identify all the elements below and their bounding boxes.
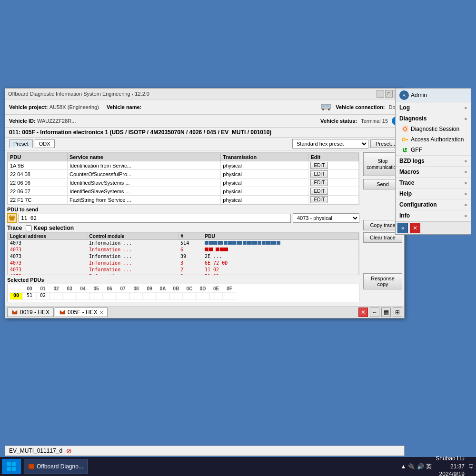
- trace-module: Information ...: [87, 240, 178, 247]
- preset-select[interactable]: Standard hex preset: [292, 139, 368, 149]
- sidebar-item-info-header[interactable]: Info »: [396, 210, 471, 221]
- svg-point-8: [402, 138, 405, 141]
- tab-icon: [59, 309, 66, 315]
- hex-block: [228, 241, 232, 245]
- hex-block: [205, 241, 208, 245]
- pdu-table-wrapper[interactable]: PDU Service name Transmission Edit 1A 9B…: [7, 152, 359, 205]
- sidebar-header: A Admin: [396, 89, 471, 102]
- tab-0019-hex[interactable]: 0019 - HEX: [7, 307, 54, 317]
- tab-red-x-button[interactable]: ✕: [358, 307, 368, 317]
- taskbar-datetime: Shubao Liu 21:37 2024/9/19: [436, 455, 465, 476]
- svg-rect-15: [12, 462, 16, 466]
- sidebar-forward-button[interactable]: »: [397, 223, 408, 233]
- selected-pdu-label: Selected PDUs: [7, 277, 359, 283]
- taskbar-notification-icon[interactable]: 🗨: [468, 463, 474, 470]
- chevron-down-icon: »: [464, 191, 467, 197]
- trace-row[interactable]: 4073 Information ... 514: [8, 240, 359, 247]
- sidebar-item-diagnosis-header[interactable]: Diagnosis «: [396, 113, 471, 124]
- pdu-grid-col-03: 03: [63, 286, 76, 291]
- desktop: Offboard Diagnostic Information System E…: [0, 0, 476, 476]
- taskbar-lang-indicator: 英: [426, 463, 432, 471]
- trace-pdu-data: 11 02: [203, 267, 358, 273]
- edit-button[interactable]: EDIT: [310, 179, 328, 186]
- service-name: CounterOfSuccessfulPro...: [68, 170, 221, 178]
- sidebar-item-trace-header[interactable]: Trace »: [396, 178, 471, 188]
- pdu-input[interactable]: [19, 214, 291, 223]
- vehicle-project-area: Vehicle project: AU58X (Engineering): [9, 104, 99, 110]
- taskbar-date: 2024/9/19: [436, 470, 465, 476]
- vehicle-name-area: Vehicle name:: [107, 104, 141, 110]
- start-button[interactable]: [2, 459, 21, 474]
- table-row[interactable]: 22 F1 7C FazitString from Service ... ph…: [8, 196, 359, 204]
- tab-close-icon[interactable]: ✕: [99, 310, 103, 315]
- sidebar-item-config: Configuration »: [396, 199, 471, 210]
- service-name: IdentifiedSlaveSystems ...: [68, 178, 221, 187]
- pdu-grid-col-06: 06: [103, 286, 116, 291]
- sidebar-sub-diagnostic-session[interactable]: Diagnostic Session: [396, 124, 471, 134]
- trace-row[interactable]: 4073 Information ... 2 11 02: [8, 267, 359, 273]
- response-copy-button[interactable]: Response copy: [363, 273, 402, 289]
- tab-back-button[interactable]: ←: [370, 307, 379, 317]
- trace-row[interactable]: 4073 Information ... 6: [8, 247, 359, 253]
- trace-row[interactable]: 4073 Information ... 2 51 02: [8, 273, 359, 276]
- sidebar-item-bzd-header[interactable]: BZD logs »: [396, 156, 471, 166]
- pdu-dropdown[interactable]: 4073 - physical: [293, 213, 359, 223]
- stop-comm-text: Stop communication: [367, 158, 399, 170]
- edit-cell: EDIT: [308, 204, 359, 205]
- taskbar-app-item[interactable]: Offboard Diagno...: [24, 459, 88, 474]
- edit-button[interactable]: EDIT: [310, 170, 328, 178]
- sidebar-sub-gff[interactable]: G GFF: [396, 145, 471, 155]
- app-taskbar-icon: [28, 464, 35, 469]
- maximize-button[interactable]: □: [385, 90, 393, 98]
- table-row[interactable]: 22 04 08 CounterOfSuccessfulPro... physi…: [8, 170, 359, 178]
- trace-row[interactable]: 4073 Information ... 39 2E ...: [8, 253, 359, 260]
- tab-table-button[interactable]: ⊞: [393, 307, 402, 317]
- tab-grid-button[interactable]: ▦: [381, 307, 391, 317]
- pdu-grid-col-0a: 0A: [156, 286, 169, 291]
- trace-table-wrapper[interactable]: Logical address Control module # PDU 407…: [7, 232, 359, 275]
- edit-button[interactable]: EDIT: [310, 196, 328, 203]
- sidebar-sub-access-auth[interactable]: Access Authorization: [396, 134, 471, 145]
- table-row[interactable]: 22 06 06 IdentifiedSlaveSystems ... phys…: [8, 178, 359, 187]
- pdu-grid-data-row: 00 51 02: [10, 292, 357, 300]
- sidebar-item-help-header[interactable]: Help »: [396, 188, 471, 199]
- minimize-button[interactable]: –: [377, 90, 384, 98]
- pdu-cell-4: [76, 292, 89, 300]
- trace-label: Trace: [7, 225, 22, 231]
- edit-button[interactable]: EDIT: [310, 188, 328, 195]
- hex-block: [205, 248, 208, 251]
- vehicle-status-label: Vehicle status:: [320, 118, 357, 124]
- edit-cell: EDIT: [308, 161, 359, 170]
- table-row[interactable]: 22 06 07 IdentifiedSlaveSystems ... phys…: [8, 187, 359, 196]
- chevron-down-icon: »: [464, 169, 467, 175]
- sidebar-config-label: Configuration: [399, 201, 437, 208]
- keep-selection-label[interactable]: Keep selection: [26, 225, 74, 231]
- taskbar-volume-icon[interactable]: 🔊: [417, 463, 424, 470]
- sidebar-close-button[interactable]: ✕: [410, 223, 420, 233]
- sidebar-gff-label: GFF: [411, 147, 422, 153]
- table-row[interactable]: 22 F1 87 SparePartNumber from ... physic…: [8, 204, 359, 205]
- trace-col-address: Logical address: [8, 233, 87, 240]
- tab-odx[interactable]: ODX: [35, 139, 55, 148]
- pdu-grid-col-07: 07: [116, 286, 129, 291]
- taskbar-time: 21:37: [436, 463, 465, 471]
- tab-bar: 0019 - HEX 005F - HEX ✕ ✕ ← ▦ ⊞: [5, 306, 404, 318]
- sidebar-item-config-header[interactable]: Configuration »: [396, 199, 471, 210]
- keep-selection-checkbox[interactable]: [26, 225, 32, 231]
- vehicle-status-area: Vehicle status: Terminal 15 i: [320, 117, 400, 125]
- table-row[interactable]: 1A 9B Identification from Servic... phys…: [8, 161, 359, 170]
- tab-005f-hex[interactable]: 005F - HEX ✕: [55, 307, 108, 317]
- pdu-value: 22 04 08: [8, 170, 68, 178]
- sidebar-item-macros-header[interactable]: Macros »: [396, 167, 471, 177]
- taskbar-up-arrow-icon[interactable]: ▲: [400, 463, 406, 470]
- sidebar-item-log-header[interactable]: Log »: [396, 102, 471, 113]
- hex-viz: [205, 241, 280, 245]
- vehicle-icon[interactable]: [320, 101, 332, 112]
- tab-preset[interactable]: Preset: [9, 139, 33, 148]
- pdu-send-icon[interactable]: [7, 213, 17, 223]
- trace-module: Information ...: [87, 247, 178, 253]
- sidebar-macros-label: Macros: [399, 169, 419, 175]
- trace-row[interactable]: 4073 Information ... 3 6E 72 0D: [8, 260, 359, 267]
- pdu-cell-0: 51: [23, 292, 36, 300]
- edit-button[interactable]: EDIT: [310, 162, 328, 169]
